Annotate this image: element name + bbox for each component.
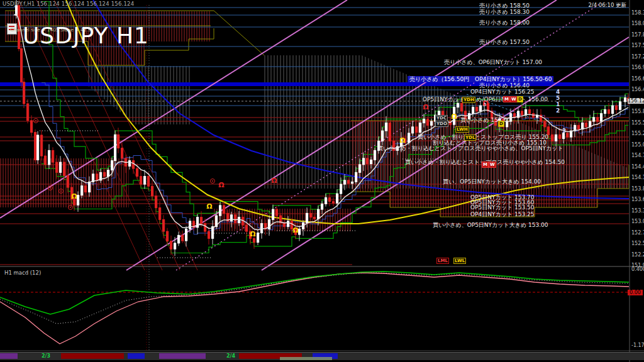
axis-price-label: 156.695 [631, 76, 644, 82]
axis-price-label: 152.780 [631, 230, 644, 236]
axis-price-label: 156.415 [631, 87, 644, 92]
axis-price-label: 156.975 [631, 65, 644, 70]
status-segment [128, 353, 145, 359]
axis-price-label: 154.175 [631, 175, 644, 180]
axis-price-label: 153.060 [631, 219, 644, 224]
axis-price-label: 157.810 [631, 32, 644, 38]
svg-text:Ω: Ω [206, 202, 213, 211]
chart-annotation: 売り小さめ（156.50円 OP4日NYカット）156.50-60 [408, 76, 553, 82]
axis-price-label: 158.090 [631, 21, 644, 26]
chart-annotation: OP4日NYカット 156.25 [470, 89, 534, 95]
svg-text:Ω: Ω [292, 226, 299, 234]
level-badge-m: M [503, 96, 510, 102]
price-chart-svg[interactable]: ΩΩΩΩΩΩΩΩΩΩ [0, 0, 644, 362]
axis-price-label: 153.340 [631, 208, 644, 214]
chart-annotation: OP5日NYカット大きめ/OP6日NYカット 156.00 [423, 96, 548, 102]
level-badge-ydo: YDO [435, 121, 448, 127]
level-badge-lml: LML [436, 258, 449, 264]
axis-price-label: 152.500 [631, 241, 644, 246]
level-badge-lwl: LWL [453, 258, 466, 264]
chart-title-bar: USDJPY.f,H1 156.124 156.124 156.124 156.… [3, 1, 134, 7]
level-badge-w: W [510, 96, 518, 102]
macd-indicator-label: H1 macd (12) [4, 270, 41, 276]
svg-text:Ω: Ω [451, 112, 457, 121]
chart-annotation: 売り小さめ 156.40 [479, 82, 530, 89]
level-badge-d: D [498, 121, 504, 127]
level-badge-m: M [482, 162, 489, 168]
svg-text:Ω: Ω [399, 136, 406, 145]
axis-price-label: 155.575 [631, 120, 644, 126]
symbol-watermark: USDJPY H1 [23, 23, 149, 48]
chart-annotation: 買い小さめ・割り込むとストップロス売りやや小さめ、OP5日NYカット [377, 145, 564, 151]
axis-price-label: 153.895 [631, 186, 644, 192]
level-badge-ydh: YDH [462, 97, 475, 103]
svg-text:Ω: Ω [423, 103, 429, 111]
chart-annotation: 買い、OP5日NYカット大きめ 154.00 [443, 178, 541, 185]
chart-annotation: 売り小さめ、OP6日NYカット 157.00 [444, 59, 542, 65]
axis-price-label: 155.015 [631, 142, 644, 148]
axis-price-label: 153.615 [631, 197, 644, 202]
date-label-2: 2/4 [226, 353, 235, 359]
axis-price-label: -1.173 [631, 343, 644, 348]
chart-annotation: OP4日NYカット 153.25 [470, 211, 534, 217]
chart-annotation: 売り小さめ 157.50 [479, 39, 530, 45]
axis-price-label: 157.255 [631, 54, 644, 60]
chart-annotation: 売り小さめ 158.50 [479, 3, 530, 9]
wave-count-label: 4 [556, 89, 560, 95]
wave-count-label: 2 [556, 107, 560, 114]
axis-price-label: 152.220 [631, 252, 644, 258]
mt4-chart-window: ΩΩΩΩΩΩΩΩΩΩ USDJPY.f,H1 156.124 156.124 1… [0, 0, 644, 362]
chart-annotation: 買い小さめ、OP5日NYカット大きめ 153.00 [433, 222, 548, 228]
update-time-label: 2/4 06:10 更新 [588, 2, 626, 9]
svg-text:Ω: Ω [218, 181, 225, 189]
status-segment [61, 353, 124, 359]
axis-price-label: 0.400 [631, 266, 644, 272]
chart-annotation: 売り小さめ 158.00 [479, 19, 530, 26]
svg-text:Ω: Ω [271, 177, 277, 185]
axis-price-label: 158.370 [631, 10, 644, 16]
axis-price-label: 154.735 [631, 153, 644, 158]
status-bar: 2/3 2/4 [0, 352, 644, 360]
axis-price-label: 157.530 [631, 43, 644, 48]
level-badge-w: W [489, 162, 496, 168]
axis-price-label: 155.295 [631, 131, 644, 136]
status-segment [159, 353, 206, 359]
date-label-1: 2/3 [42, 353, 50, 359]
status-badge [280, 357, 332, 360]
axis-price-label: 154.455 [631, 164, 644, 170]
macd-zero-tag: 0.00 [628, 290, 643, 295]
chart-annotation: OP5日NYカット 153.50 [470, 204, 534, 211]
svg-text:Ω: Ω [250, 230, 256, 238]
wave-count-label: 5 [556, 95, 560, 101]
axis-price-label: 155.855 [631, 109, 644, 114]
level-badge-d: D [517, 96, 523, 102]
wave-count-label: 1 [556, 101, 560, 107]
chart-annotation: 売り小さめ 158.30 [479, 9, 530, 15]
status-segment [0, 353, 18, 359]
wave-count-label: 3 [562, 128, 566, 134]
level-badge-ydl: YDL [464, 134, 476, 141]
current-price-tag: 156.124 [628, 98, 644, 104]
level-badge-lwh: LWH [455, 126, 469, 133]
svg-text:Ω: Ω [71, 192, 77, 200]
